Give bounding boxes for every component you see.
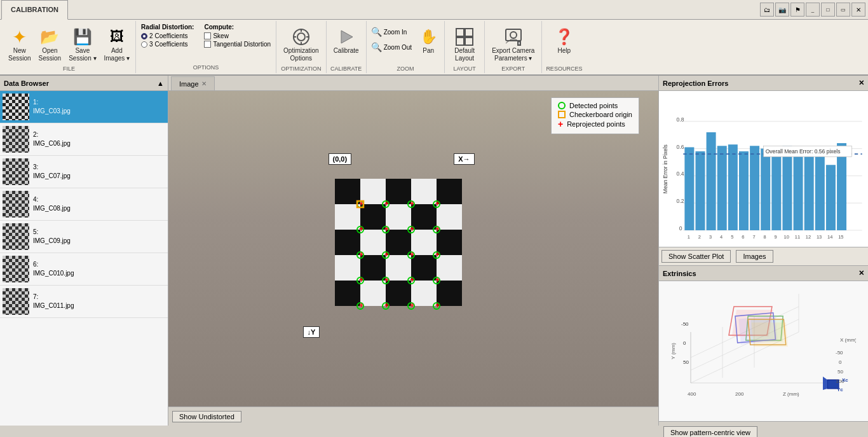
- ribbon-group-optimization: OptimizationOptions OPTIMIZATION: [276, 21, 327, 73]
- add-images-button[interactable]: 🖼 AddImages ▾: [101, 25, 133, 64]
- svg-text:0.8: 0.8: [677, 116, 684, 123]
- pan-button[interactable]: ✋ Pan: [415, 25, 442, 57]
- zoom-out-button[interactable]: 🔍 Zoom Out: [369, 40, 414, 54]
- extrinsics-header: Extrinsics ✕: [659, 266, 868, 281]
- title-tab-calibration[interactable]: CALIBRATION: [1, 0, 68, 20]
- extrinsics-close-icon[interactable]: ✕: [858, 269, 864, 277]
- show-scatter-plot-button[interactable]: Show Scatter Plot: [661, 250, 731, 263]
- optimization-options-button[interactable]: OptimizationOptions: [280, 25, 322, 64]
- folder-icon[interactable]: 🗂: [760, 3, 774, 17]
- restore-icon[interactable]: □: [821, 3, 835, 17]
- data-item-3[interactable]: 3: IMG_C07.jpg: [0, 156, 168, 188]
- skew-checkbox[interactable]: Skew: [204, 32, 271, 39]
- checkerboard-area: (0,0) X→ ↓Y: [322, 166, 475, 331]
- export-camera-button[interactable]: Export CameraParameters ▾: [489, 25, 538, 64]
- minimize-icon[interactable]: _: [806, 3, 820, 17]
- title-bar: CALIBRATION 🗂 📷 ⚑ _ □ ▭ ✕: [0, 0, 868, 20]
- legend: Detected points Checkerboard origin + Re…: [551, 97, 639, 134]
- data-item-2[interactable]: 2: IMG_C06.jpg: [0, 123, 168, 156]
- svg-text:0: 0: [679, 225, 682, 232]
- svg-text:Yc: Yc: [837, 387, 843, 392]
- svg-rect-31: [360, 255, 386, 281]
- export-label: Export CameraParameters ▾: [492, 47, 534, 62]
- svg-text:+: +: [410, 225, 414, 233]
- bottom-bar: Show Undistorted: [168, 406, 658, 426]
- svg-text:0: 0: [683, 340, 686, 346]
- svg-text:+: +: [410, 275, 414, 284]
- new-session-button[interactable]: ✦ NewSession: [5, 25, 34, 64]
- item-2-index: 2:: [33, 130, 71, 139]
- tangential-distortion-checkbox[interactable]: Tangential Distortion: [204, 41, 271, 48]
- export-icon: [503, 27, 524, 47]
- svg-text:0.6: 0.6: [677, 144, 684, 150]
- data-label-1: 1: IMG_C03.jpg: [33, 98, 71, 116]
- svg-text:+: +: [359, 301, 363, 310]
- image-tab-close[interactable]: ✕: [201, 80, 207, 87]
- svg-text:+: +: [410, 301, 414, 310]
- pan-icon: ✋: [418, 27, 438, 47]
- ribbon-group-calibrate: Calibrate CALIBRATE: [327, 21, 367, 73]
- svg-rect-9: [456, 38, 464, 45]
- save-session-button[interactable]: 💾 SaveSession ▾: [65, 25, 99, 64]
- svg-text:+: +: [384, 275, 389, 284]
- data-item-6[interactable]: 6: IMG_C010.jpg: [0, 253, 168, 286]
- data-browser-header: Data Browser ▲: [0, 76, 168, 91]
- flag-icon[interactable]: ⚑: [790, 3, 804, 17]
- svg-rect-19: [437, 179, 462, 204]
- svg-text:Overall Mean Error: 0.56 pixel: Overall Mean Error: 0.56 pixels: [766, 148, 841, 155]
- reprojection-close-icon[interactable]: ✕: [858, 79, 864, 87]
- radio-2-coefficients[interactable]: 2 Coefficients: [141, 32, 194, 39]
- show-pattern-centric-button[interactable]: Show pattern-centric view: [663, 426, 757, 437]
- data-item-7[interactable]: 7: IMG_C011.jpg: [0, 286, 168, 318]
- pan-label: Pan: [423, 47, 434, 55]
- data-item-1[interactable]: 1: IMG_C03.jpg: [0, 91, 168, 123]
- layout-icon: [454, 27, 475, 47]
- camera-icon[interactable]: 📷: [775, 3, 789, 17]
- checkerboard-legend-label: Checkerboard origin: [569, 111, 632, 118]
- svg-rect-141: [751, 323, 787, 347]
- bar-chart-svg: Mean Error in Pixels 0 0.2 0.4 0.6 0.8: [661, 94, 865, 244]
- default-layout-button[interactable]: DefaultLayout: [449, 25, 480, 64]
- image-tab-label: Image: [179, 80, 199, 88]
- data-item-5[interactable]: 5: IMG_C09.jpg: [0, 221, 168, 253]
- images-tab-button[interactable]: Images: [736, 250, 773, 263]
- svg-rect-22: [386, 204, 411, 230]
- svg-text:200: 200: [735, 391, 744, 397]
- scroll-up-icon[interactable]: ▲: [157, 80, 164, 87]
- svg-rect-96: [728, 144, 738, 230]
- radio-2-coeff-indicator: [141, 33, 147, 39]
- svg-rect-104: [815, 147, 825, 230]
- detected-legend-item: Detected points: [558, 102, 632, 109]
- thumb-5: [3, 223, 29, 250]
- svg-rect-94: [707, 132, 716, 230]
- svg-rect-17: [386, 179, 411, 204]
- checkerboard-svg: + + + + + + + + + + + + + + + + +: [322, 166, 475, 331]
- close-icon[interactable]: ✕: [851, 3, 865, 17]
- data-label-5: 5: IMG_C09.jpg: [33, 228, 71, 246]
- open-session-button[interactable]: 📂 OpenSession: [36, 25, 65, 64]
- thumb-6: [3, 256, 29, 282]
- svg-rect-99: [761, 149, 770, 230]
- show-undistorted-button[interactable]: Show Undistorted: [172, 411, 241, 422]
- svg-rect-103: [804, 147, 814, 230]
- tangential-label: Tangential Distortion: [213, 41, 271, 48]
- layout-group-label: LAYOUT: [453, 64, 475, 72]
- calibrate-button[interactable]: Calibrate: [330, 25, 362, 57]
- svg-text:6: 6: [742, 234, 744, 240]
- thumb-2: [3, 126, 29, 153]
- svg-rect-25: [335, 230, 360, 255]
- data-item-4[interactable]: 4: IMG_C08.jpg: [0, 188, 168, 221]
- help-button[interactable]: ❓ Help: [551, 25, 578, 57]
- maximize-icon[interactable]: ▭: [836, 3, 850, 17]
- save-session-label: SaveSession ▾: [69, 47, 96, 62]
- item-5-index: 5:: [33, 228, 71, 237]
- radio-3-coefficients[interactable]: 3 Coefficients: [141, 41, 194, 48]
- zoom-in-button[interactable]: 🔍 Zoom In: [369, 25, 414, 39]
- svg-text:-50: -50: [836, 350, 843, 356]
- checkerboard-legend-icon: [558, 111, 566, 118]
- new-session-icon: ✦: [10, 27, 30, 47]
- image-tab[interactable]: Image ✕: [171, 76, 215, 90]
- ribbon-group-zoom: 🔍 Zoom In 🔍 Zoom Out ✋ Pan ZOOM: [367, 21, 445, 73]
- extrinsics-title: Extrinsics: [663, 270, 696, 277]
- x-axis-label: X→: [454, 153, 474, 165]
